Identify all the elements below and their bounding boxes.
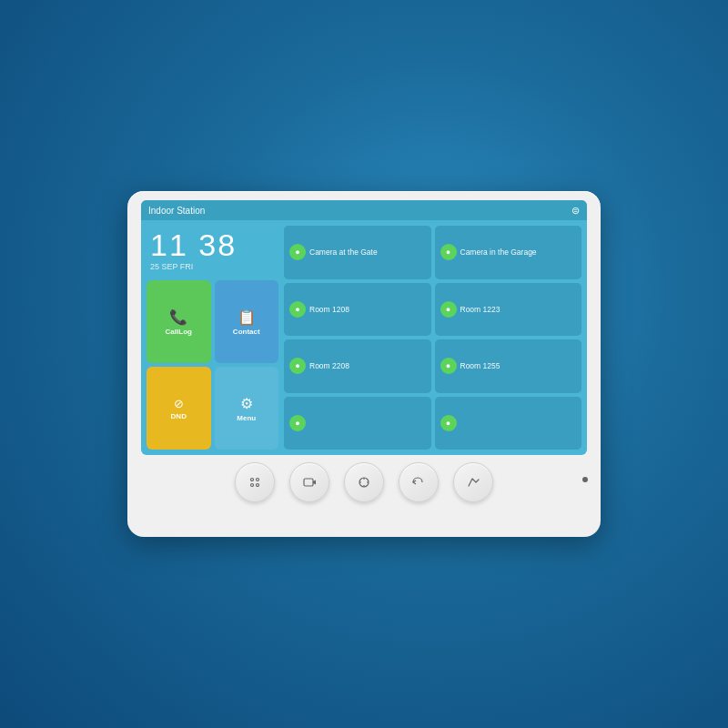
menu-icon: ⚙ [240,395,253,412]
empty-tile-2[interactable]: ● [435,397,582,450]
hw-button-5[interactable] [453,462,493,502]
dnd-icon: ⊘ [174,397,184,410]
clock-area: 11 38 25 SEP FRI [147,226,278,277]
screen-title: Indoor Station [148,206,205,216]
calllog-button[interactable]: 📞 CallLog [147,280,211,363]
room-1208-icon: ● [289,301,306,318]
svg-point-1 [257,479,259,481]
contact-button[interactable]: 📋 Contact [215,280,279,363]
room-2208-label: Room 2208 [309,361,349,370]
room-1208-label: Room 1208 [309,305,349,314]
screen: Indoor Station ⊜ 11 38 25 SEP FRI 📞 Call… [141,200,587,455]
app-buttons-grid: 📞 CallLog 📋 Contact ⊘ DND ⚙ Menu [147,280,278,450]
room-1223-label: Room 1223 [460,305,500,314]
hardware-buttons-row [235,462,493,502]
room-2208-tile[interactable]: ● Room 2208 [284,339,431,393]
contact-icon: 📋 [238,308,256,326]
room-1255-label: Room 1255 [460,361,500,370]
screen-content: 11 38 25 SEP FRI 📞 CallLog 📋 Contact ⊘ D… [141,220,587,455]
left-panel: 11 38 25 SEP FRI 📞 CallLog 📋 Contact ⊘ D… [147,226,278,450]
room-2208-icon: ● [289,358,306,374]
calllog-icon: 📞 [169,308,187,326]
camera-gate-tile[interactable]: ● Camera at the Gate [284,226,431,279]
camera-garage-label: Camera in the Garage [460,248,537,257]
hw-button-4[interactable] [399,462,439,502]
menu-button[interactable]: ⚙ Menu [215,367,279,450]
room-1255-icon: ● [440,358,457,374]
room-1208-tile[interactable]: ● Room 1208 [284,283,431,337]
calllog-label: CallLog [166,328,192,336]
hw-button-1[interactable] [235,462,275,502]
camera-garage-tile[interactable]: ● Camera in the Garage [435,226,582,279]
empty-icon-1: ● [289,415,306,431]
svg-point-0 [251,479,254,481]
camera-garage-icon: ● [440,244,457,260]
room-1255-tile[interactable]: ● Room 1255 [435,339,582,393]
camera-grid: ● Camera at the Gate ● Camera in the Gar… [284,226,581,450]
clock-date: 25 SEP FRI [150,262,278,271]
dnd-label: DND [171,412,187,420]
device-body: Indoor Station ⊜ 11 38 25 SEP FRI 📞 Call… [127,191,601,537]
hw-button-2[interactable] [289,462,329,502]
contact-label: Contact [233,328,260,336]
status-dot [582,477,588,482]
menu-label: Menu [237,414,256,422]
svg-point-3 [257,484,259,487]
room-1223-tile[interactable]: ● Room 1223 [435,283,582,337]
empty-tile-1[interactable]: ● [284,397,431,450]
room-1223-icon: ● [440,301,457,318]
screen-header: Indoor Station ⊜ [141,200,587,220]
camera-gate-label: Camera at the Gate [309,248,378,257]
empty-icon-2: ● [440,415,457,431]
dnd-button[interactable]: ⊘ DND [147,367,211,450]
wifi-icon: ⊜ [571,205,580,217]
svg-point-2 [251,484,254,487]
svg-rect-4 [304,479,313,486]
hw-button-3[interactable] [344,462,384,502]
clock-time: 11 38 [150,229,278,260]
camera-gate-icon: ● [289,244,306,260]
